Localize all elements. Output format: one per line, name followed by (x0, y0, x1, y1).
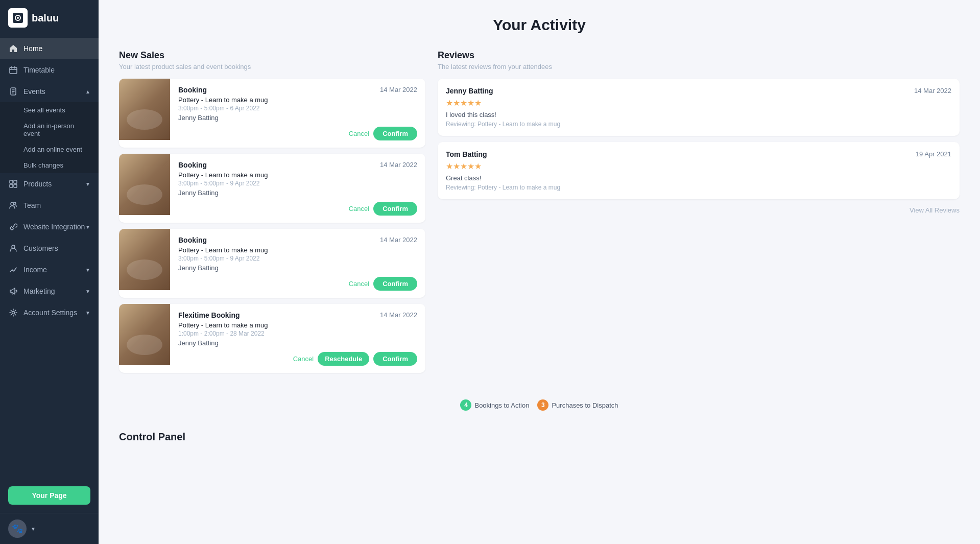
main-content: Your Activity New Sales Your latest prod… (99, 0, 980, 544)
booking-image (119, 229, 170, 290)
events-bulk-changes[interactable]: Bulk changes (0, 157, 99, 173)
control-panel-title: Control Panel (119, 431, 960, 443)
booking-person: Jenny Batting (178, 114, 417, 122)
income-chevron-icon: ▼ (85, 267, 90, 273)
sidebar-item-products-label: Products (23, 180, 85, 188)
view-all-reviews-link[interactable]: View All Reviews (910, 206, 960, 214)
reviews-title: Reviews (438, 50, 960, 61)
events-chevron-icon: ▲ (85, 89, 90, 94)
booking-product: Pottery - Learn to make a mug (178, 246, 417, 254)
bookings-count: 4 (460, 399, 471, 411)
booking-card: Flexitime Booking 14 Mar 2022 Pottery - … (119, 304, 425, 373)
sidebar-navigation: Home Timetable Events ▲ See all events A… (0, 38, 99, 482)
booking-time: 3:00pm - 5:00pm - 9 Apr 2022 (178, 180, 417, 187)
booking-info: Booking 14 Mar 2022 Pottery - Learn to m… (170, 79, 425, 148)
booking-card: Booking 14 Mar 2022 Pottery - Learn to m… (119, 79, 425, 148)
booking-person: Jenny Batting (178, 264, 417, 272)
confirm-button[interactable]: Confirm (373, 352, 417, 366)
booking-time: 1:00pm - 2:00pm - 28 Mar 2022 (178, 330, 417, 337)
sidebar-item-home[interactable]: Home (0, 38, 99, 59)
products-chevron-icon: ▼ (85, 181, 90, 187)
calendar-icon (8, 65, 18, 75)
review-text: Great class! (446, 174, 951, 182)
svg-point-9 (11, 202, 14, 205)
reviewer-name: Tom Batting (446, 150, 487, 158)
events-add-online[interactable]: Add an online event (0, 141, 99, 157)
review-stars: ★★★★★ (446, 98, 951, 108)
purchases-badge[interactable]: 3 Purchases to Dispatch (537, 399, 618, 411)
cancel-button[interactable]: Cancel (349, 130, 369, 137)
cancel-button[interactable]: Cancel (293, 355, 314, 363)
sidebar-item-marketing-label: Marketing (23, 287, 85, 295)
logo-text: baluu (32, 12, 59, 24)
sidebar-item-timetable-label: Timetable (23, 66, 90, 74)
sidebar-item-website-integration-label: Website Integration (23, 223, 85, 231)
cancel-button[interactable]: Cancel (349, 205, 369, 212)
booking-image (119, 304, 170, 365)
booking-type: Booking (178, 161, 207, 169)
events-add-inperson[interactable]: Add an in-person event (0, 118, 99, 141)
link-icon (8, 222, 18, 232)
booking-header: Booking 14 Mar 2022 (178, 236, 417, 244)
svg-rect-6 (14, 180, 17, 183)
booking-info: Flexitime Booking 14 Mar 2022 Pottery - … (170, 304, 425, 373)
svg-rect-3 (10, 67, 17, 74)
person-icon (8, 243, 18, 253)
booking-header: Booking 14 Mar 2022 (178, 161, 417, 169)
megaphone-icon (8, 286, 18, 296)
review-stars: ★★★★★ (446, 161, 951, 171)
booking-actions: Cancel Reschedule Confirm (178, 352, 417, 366)
sidebar-item-account-settings-label: Account Settings (23, 309, 85, 317)
svg-rect-8 (14, 184, 17, 187)
reviews-subtitle: The latest reviews from your attendees (438, 63, 960, 70)
sidebar-item-income[interactable]: Income ▼ (0, 259, 99, 280)
grid-icon (8, 179, 18, 189)
booking-type: Booking (178, 86, 207, 94)
svg-point-2 (17, 17, 19, 19)
sidebar-logo: baluu (0, 0, 99, 38)
booking-person: Jenny Batting (178, 189, 417, 197)
sidebar-item-website-integration[interactable]: Website Integration ▼ (0, 216, 99, 238)
booking-time: 3:00pm - 5:00pm - 6 Apr 2022 (178, 105, 417, 112)
confirm-button[interactable]: Confirm (373, 202, 417, 216)
purchases-count: 3 (537, 399, 548, 411)
sidebar-item-customers-label: Customers (23, 244, 90, 252)
sidebar-footer: 🐾 ▼ (0, 513, 99, 544)
review-header: Tom Batting 19 Apr 2021 (446, 150, 951, 158)
sidebar-item-home-label: Home (23, 44, 90, 53)
sidebar-item-timetable[interactable]: Timetable (0, 59, 99, 81)
new-sales-subtitle: Your latest product sales and event book… (119, 63, 425, 70)
cancel-button[interactable]: Cancel (349, 280, 369, 288)
review-date: 14 Mar 2022 (914, 87, 951, 95)
sidebar-item-products[interactable]: Products ▼ (0, 173, 99, 195)
reschedule-button[interactable]: Reschedule (318, 352, 369, 366)
content-columns: New Sales Your latest product sales and … (119, 50, 960, 379)
sidebar-item-account-settings[interactable]: Account Settings ▼ (0, 302, 99, 323)
sidebar-item-customers[interactable]: Customers (0, 238, 99, 259)
booking-info: Booking 14 Mar 2022 Pottery - Learn to m… (170, 229, 425, 298)
booking-date: 14 Mar 2022 (380, 86, 417, 93)
page-title: Your Activity (119, 16, 960, 34)
booking-info: Booking 14 Mar 2022 Pottery - Learn to m… (170, 154, 425, 223)
sidebar-item-team[interactable]: Team (0, 195, 99, 216)
sidebar-item-events[interactable]: Events ▲ (0, 81, 99, 102)
confirm-button[interactable]: Confirm (373, 127, 417, 140)
bookings-badge[interactable]: 4 Bookings to Action (460, 399, 529, 411)
booking-product: Pottery - Learn to make a mug (178, 96, 417, 104)
svg-point-10 (14, 202, 16, 204)
review-date: 19 Apr 2021 (916, 150, 951, 158)
svg-point-11 (12, 245, 15, 248)
review-product: Reviewing: Pottery - Learn to make a mug (446, 121, 951, 128)
booking-person: Jenny Batting (178, 339, 417, 347)
your-page-button[interactable]: Your Page (8, 486, 90, 505)
booking-actions: Cancel Confirm (178, 127, 417, 140)
svg-rect-5 (10, 180, 13, 183)
booking-type: Flexitime Booking (178, 311, 240, 319)
confirm-button[interactable]: Confirm (373, 277, 417, 291)
sidebar: baluu Home Timetable Events ▲ See all ev… (0, 0, 99, 544)
sidebar-item-marketing[interactable]: Marketing ▼ (0, 280, 99, 302)
events-subitems: See all events Add an in-person event Ad… (0, 102, 99, 173)
new-sales-section: New Sales Your latest product sales and … (119, 50, 425, 379)
avatar-chevron-icon: ▼ (31, 526, 36, 532)
events-see-all[interactable]: See all events (0, 102, 99, 118)
